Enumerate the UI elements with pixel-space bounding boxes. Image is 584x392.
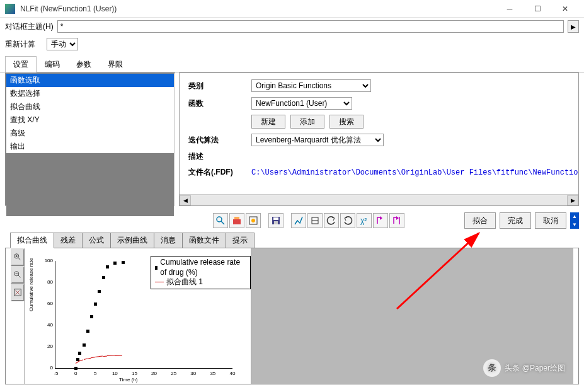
expand-down-icon[interactable]: ▼ (570, 221, 579, 229)
redo-icon[interactable] (340, 213, 355, 228)
recalc-row: 重新计算 手动 (0, 35, 584, 53)
tab-sample[interactable]: 示例曲线 (110, 233, 154, 248)
lower-tabs: 拟合曲线 残差 公式 示例曲线 消息 函数文件 提示 (5, 233, 579, 248)
run-icon[interactable] (389, 213, 404, 228)
svg-rect-8 (274, 221, 278, 224)
app-icon (5, 4, 15, 14)
expand-up-icon[interactable]: ▲ (570, 212, 579, 221)
search-button[interactable]: 搜索 (329, 115, 364, 129)
list-item-advanced[interactable]: 高级 (6, 127, 174, 140)
tab-bounds[interactable]: 界限 (100, 56, 131, 72)
window-title: NLFit (NewFunction1 (User)) (20, 4, 496, 13)
tab-residual[interactable]: 残差 (54, 233, 83, 248)
tool-icon-5[interactable] (291, 213, 306, 228)
maximize-button[interactable]: ☐ (524, 0, 551, 18)
data-point (113, 262, 117, 265)
svg-point-0 (217, 217, 222, 222)
upper-body: 函数选取 数据选择 拟合曲线 查找 X/Y 高级 输出 类别 Origin Ba… (0, 72, 584, 209)
svg-rect-2 (233, 219, 241, 224)
fit-button[interactable]: 拟合 (464, 212, 496, 229)
list-item-data-select[interactable]: 数据选择 (6, 87, 174, 100)
description-label: 描述 (188, 151, 251, 162)
function-select[interactable]: NewFunction1 (User) (251, 97, 352, 110)
tab-code[interactable]: 编码 (37, 56, 68, 72)
scroll-left-icon[interactable]: ◀ (180, 195, 191, 205)
scroll-right-icon[interactable]: ▶ (567, 195, 578, 205)
tab-settings[interactable]: 设置 (5, 56, 37, 72)
recalc-select[interactable]: 手动 (47, 38, 78, 50)
tab-formula[interactable]: 公式 (82, 233, 111, 248)
titlebar: NLFit (NewFunction1 (User)) ─ ☐ ✕ (0, 0, 584, 18)
rescale-icon[interactable] (11, 284, 25, 301)
save-icon[interactable] (268, 213, 283, 228)
data-point (90, 315, 93, 318)
svg-rect-7 (273, 217, 278, 220)
recalc-label: 重新计算 (5, 39, 35, 50)
y-axis-label: Cumulative release rate (28, 258, 34, 311)
svg-line-1 (221, 221, 224, 224)
tab-hint[interactable]: 提示 (226, 233, 255, 248)
data-point (98, 290, 101, 293)
data-point (122, 261, 125, 264)
settings-list: 函数选取 数据选择 拟合曲线 查找 X/Y 高级 输出 (5, 72, 175, 206)
step-icon[interactable] (373, 213, 388, 228)
chart: Cumulative release rate of drug (%) 拟合曲线… (25, 248, 251, 384)
minimize-button[interactable]: ─ (496, 0, 524, 18)
tab-params[interactable]: 参数 (68, 56, 100, 72)
category-select[interactable]: Origin Basic Functions (251, 79, 371, 92)
data-point (86, 330, 89, 333)
data-point (78, 352, 81, 355)
tool-icon-3[interactable] (246, 213, 261, 228)
data-point (102, 276, 105, 279)
watermark-icon: 条 (483, 359, 501, 377)
upper-tabs: 设置 编码 参数 界限 (0, 55, 584, 72)
data-point (83, 343, 86, 347)
category-label: 类别 (188, 81, 251, 91)
svg-line-18 (18, 275, 21, 278)
tool-icon-6[interactable] (307, 213, 323, 228)
svg-point-5 (251, 219, 255, 222)
dialog-theme-menu-button[interactable]: ▶ (568, 20, 579, 33)
filename-value: C:\Users\Administrator\Documents\OriginL… (251, 168, 579, 177)
svg-line-14 (18, 258, 21, 260)
new-button[interactable]: 新建 (251, 115, 285, 129)
horizontal-scrollbar[interactable]: ◀ ▶ (180, 194, 578, 205)
function-form: 类别 Origin Basic Functions 函数 NewFunction… (179, 72, 579, 206)
x-axis-label: Time (h) (119, 377, 137, 383)
watermark: 条 头条 @Paper绘图 (483, 359, 565, 377)
data-point (106, 265, 109, 268)
dialog-theme-input[interactable] (57, 20, 564, 33)
tab-messages[interactable]: 消息 (154, 233, 183, 248)
undo-icon[interactable] (324, 213, 339, 228)
filename-label: 文件名(.FDF) (188, 167, 251, 178)
cancel-button[interactable]: 取消 (535, 212, 566, 229)
zoom-out-icon[interactable] (11, 266, 25, 284)
iteration-label: 迭代算法 (188, 135, 251, 146)
svg-rect-3 (234, 217, 239, 219)
zoom-in-icon[interactable] (11, 248, 25, 266)
data-point (74, 367, 77, 370)
dialog-theme-row: 对话框主题(H) ▶ (0, 18, 584, 35)
svg-text:χ²: χ² (360, 216, 367, 225)
list-item-find-xy[interactable]: 查找 X/Y (6, 113, 174, 127)
tool-icon-1[interactable] (213, 213, 228, 228)
done-button[interactable]: 完成 (500, 212, 531, 229)
list-item-output[interactable]: 输出 (6, 140, 174, 153)
list-item-function-select[interactable]: 函数选取 (6, 74, 174, 87)
function-label: 函数 (188, 98, 251, 109)
tool-icon-9[interactable]: χ² (357, 213, 372, 228)
close-button[interactable]: ✕ (551, 0, 579, 18)
tool-icon-2[interactable] (229, 213, 244, 228)
dialog-theme-label: 对话框主题(H) (5, 21, 54, 32)
iteration-select[interactable]: Levenberg-Marquardt 优化算法 (251, 134, 384, 146)
list-item-fit-curve[interactable]: 拟合曲线 (6, 100, 174, 113)
add-button[interactable]: 添加 (290, 115, 324, 129)
tab-fitcurve[interactable]: 拟合曲线 (10, 233, 54, 248)
data-point (94, 303, 97, 306)
tab-funcfile[interactable]: 函数文件 (182, 233, 226, 248)
